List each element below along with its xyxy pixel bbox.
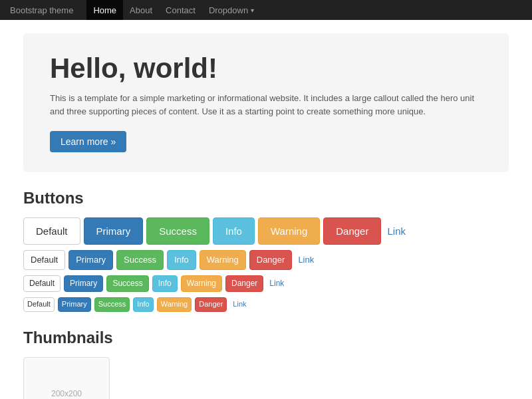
- btn-warning-lg[interactable]: Warning: [258, 217, 320, 245]
- btn-success-sm[interactable]: Success: [106, 275, 148, 292]
- btn-danger-md[interactable]: Danger: [249, 250, 293, 270]
- button-row-md: Default Primary Success Info Warning Dan…: [23, 250, 509, 270]
- hero-description: This is a template for a simple marketin…: [50, 92, 482, 118]
- btn-info-lg[interactable]: Info: [213, 217, 255, 245]
- nav-item-contact[interactable]: Contact: [159, 0, 202, 20]
- btn-default-md[interactable]: Default: [23, 250, 65, 270]
- button-row-sm: Default Primary Success Info Warning Dan…: [23, 275, 509, 292]
- button-row-lg: Default Primary Success Info Warning Dan…: [23, 217, 509, 245]
- nav-items: Home About Contact Dropdown ▾: [86, 0, 261, 20]
- btn-info-md[interactable]: Info: [167, 250, 196, 270]
- btn-link-sm[interactable]: Link: [267, 276, 287, 291]
- dropdown-arrow-icon: ▾: [251, 7, 254, 14]
- thumbnails-section-title: Thumbnails: [23, 329, 509, 347]
- btn-danger-sm[interactable]: Danger: [225, 275, 263, 292]
- btn-primary-xs[interactable]: Primary: [58, 297, 91, 311]
- btn-primary-sm[interactable]: Primary: [64, 275, 103, 292]
- btn-link-lg[interactable]: Link: [384, 218, 408, 244]
- btn-success-md[interactable]: Success: [116, 250, 164, 270]
- thumbnail-label: 200x200: [51, 389, 82, 398]
- btn-warning-sm[interactable]: Warning: [181, 275, 222, 292]
- btn-danger-xs[interactable]: Danger: [195, 297, 227, 311]
- btn-primary-md[interactable]: Primary: [68, 250, 113, 270]
- btn-warning-md[interactable]: Warning: [200, 250, 246, 270]
- nav-item-about[interactable]: About: [123, 0, 159, 20]
- navbar: Bootstrap theme Home About Contact Dropd…: [0, 0, 532, 20]
- nav-item-dropdown[interactable]: Dropdown ▾: [202, 0, 261, 20]
- btn-success-lg[interactable]: Success: [146, 217, 209, 245]
- btn-primary-lg[interactable]: Primary: [84, 217, 144, 245]
- learn-more-button[interactable]: Learn more »: [50, 131, 126, 152]
- buttons-section-title: Buttons: [23, 189, 509, 207]
- btn-success-xs[interactable]: Success: [94, 297, 130, 311]
- btn-default-lg[interactable]: Default: [23, 217, 80, 245]
- main-container: Hello, world! This is a template for a s…: [13, 20, 519, 399]
- buttons-section: Buttons Default Primary Success Info War…: [23, 189, 509, 311]
- thumbnail-item[interactable]: 200x200: [23, 357, 110, 399]
- btn-info-xs[interactable]: Info: [133, 297, 153, 311]
- btn-default-xs[interactable]: Default: [23, 297, 55, 311]
- jumbotron: Hello, world! This is a template for a s…: [23, 33, 509, 172]
- btn-danger-lg[interactable]: Danger: [323, 217, 381, 245]
- btn-default-sm[interactable]: Default: [23, 275, 61, 292]
- btn-link-md[interactable]: Link: [295, 251, 317, 269]
- btn-info-sm[interactable]: Info: [152, 275, 178, 292]
- thumbnails-section: Thumbnails 200x200: [23, 329, 509, 399]
- navbar-brand[interactable]: Bootstrap theme: [10, 5, 73, 15]
- hero-heading: Hello, world!: [50, 53, 482, 84]
- button-row-xs: Default Primary Success Info Warning Dan…: [23, 297, 509, 311]
- btn-link-xs[interactable]: Link: [230, 298, 249, 311]
- btn-warning-xs[interactable]: Warning: [157, 297, 192, 311]
- nav-item-home[interactable]: Home: [86, 0, 123, 20]
